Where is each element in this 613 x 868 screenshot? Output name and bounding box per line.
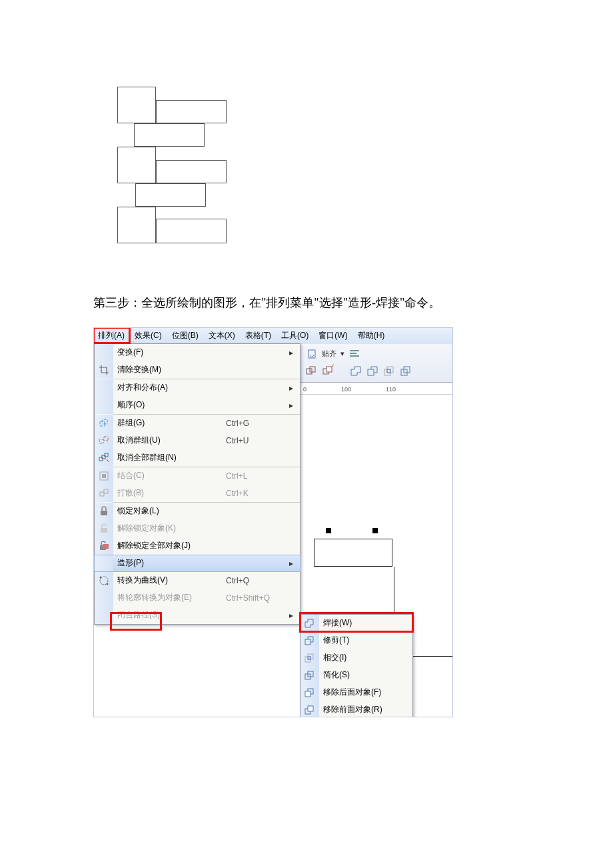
menubar[interactable]: 排列(A) 效果(C) 位图(B) 文本(X) 表格(T) 工具(O) 窗口(W… (94, 328, 452, 344)
submenu-item[interactable]: 简化(S) (301, 667, 412, 684)
shaping-icon-1[interactable] (306, 365, 318, 377)
simplify-icon[interactable] (400, 365, 412, 377)
svg-point-30 (107, 583, 109, 585)
svg-line-5 (331, 365, 334, 367)
svg-line-19 (107, 459, 109, 462)
submenu-item[interactable]: 焊接(W) (301, 615, 412, 632)
svg-rect-27 (103, 544, 109, 549)
horizontal-ruler: 0100110 (301, 383, 452, 395)
menu-help[interactable]: 帮助(H) (358, 330, 385, 341)
svg-rect-40 (308, 706, 313, 711)
menu-effects[interactable]: 效果(C) (135, 330, 162, 341)
arrange-menu-dropdown[interactable]: 变换(F)▸清除变换(M)对齐和分布(A)▸顺序(O)▸群组(G)Ctrl+G取… (94, 343, 301, 625)
paste-label[interactable]: 贴齐 (322, 349, 336, 359)
svg-rect-23 (104, 489, 108, 493)
align-icon[interactable] (348, 348, 360, 360)
svg-rect-34 (308, 657, 310, 659)
svg-rect-9 (387, 369, 390, 373)
svg-rect-31 (305, 639, 310, 645)
app-screenshot: 排列(A) 效果(C) 位图(B) 文本(X) 表格(T) 工具(O) 窗口(W… (93, 327, 453, 717)
menu-text[interactable]: 文本(X) (209, 330, 235, 341)
submenu-item[interactable]: 相交(I) (301, 649, 412, 667)
svg-point-29 (100, 576, 102, 578)
menu-arrange[interactable]: 排列(A) (98, 330, 125, 341)
menu-item[interactable]: 将轮廓转换为对象(E)Ctrl+Shift+Q (95, 589, 300, 607)
menu-item[interactable]: 群组(G)Ctrl+G (95, 415, 300, 432)
drawn-rectangles-figure (117, 87, 231, 263)
svg-rect-15 (104, 437, 108, 441)
menu-item[interactable]: 清除变换(M) (95, 361, 300, 379)
svg-rect-38 (305, 691, 310, 697)
menu-item[interactable]: 解除锁定对象(K) (95, 520, 300, 537)
menu-tools[interactable]: 工具(O) (281, 330, 308, 341)
menu-item[interactable]: 取消群组(U)Ctrl+U (95, 432, 300, 449)
menu-bitmap[interactable]: 位图(B) (172, 330, 199, 341)
menu-item[interactable]: 对齐和分布(A)▸ (95, 379, 300, 397)
svg-rect-4 (326, 367, 332, 372)
svg-rect-2 (310, 367, 315, 372)
svg-rect-21 (102, 474, 106, 478)
menu-table[interactable]: 表格(T) (245, 330, 271, 341)
shaping-icon-2[interactable] (322, 365, 334, 377)
toolbar-background: 贴齐 ▾ (301, 344, 452, 383)
svg-rect-25 (101, 528, 107, 533)
menu-item[interactable]: 转换为曲线(V)Ctrl+Q (95, 572, 300, 589)
dropdown-arrow-icon[interactable]: ▾ (340, 349, 344, 358)
menu-item[interactable]: 变换(F)▸ (95, 344, 300, 361)
trim-icon[interactable] (367, 365, 379, 377)
svg-rect-14 (99, 439, 103, 443)
menu-item[interactable]: 造形(P)▸ (94, 555, 301, 572)
menu-item[interactable]: 取消全部群组(N) (95, 449, 300, 467)
submenu-item[interactable]: 修剪(T) (301, 632, 412, 649)
menu-item[interactable]: 打散(B)Ctrl+K (95, 485, 300, 502)
svg-rect-0 (308, 350, 315, 358)
svg-rect-1 (306, 369, 312, 374)
submenu-item[interactable]: 移除前面对象(R) (301, 701, 412, 717)
shaping-submenu[interactable]: 焊接(W)修剪(T)相交(I)简化(S)移除后面对象(F)移除前面对象(R)造形… (300, 614, 413, 717)
menu-item[interactable]: 解除锁定全部对象(J) (95, 537, 300, 555)
menu-window[interactable]: 窗口(W) (318, 330, 347, 341)
toolbar-dropdown-icon[interactable] (306, 348, 318, 360)
menu-item[interactable]: 结合(C)Ctrl+L (95, 467, 300, 485)
menu-item[interactable]: 顺序(O)▸ (95, 397, 300, 414)
svg-rect-24 (101, 511, 107, 515)
step-3-paragraph: 第三步：全选所绘制的图形，在"排列菜单"选择"造形-焊接"命令。 (93, 290, 520, 317)
svg-rect-22 (100, 492, 104, 496)
menu-item[interactable]: 锁定对象(L) (95, 503, 300, 520)
svg-rect-12 (100, 421, 105, 426)
svg-rect-6 (368, 369, 374, 375)
weld-icon[interactable] (350, 365, 362, 377)
menu-item[interactable]: 闭合路径(S)▸ (95, 607, 300, 624)
svg-rect-13 (103, 419, 107, 424)
submenu-item[interactable]: 移除后面对象(F) (301, 684, 412, 701)
intersect-icon[interactable] (384, 365, 396, 377)
